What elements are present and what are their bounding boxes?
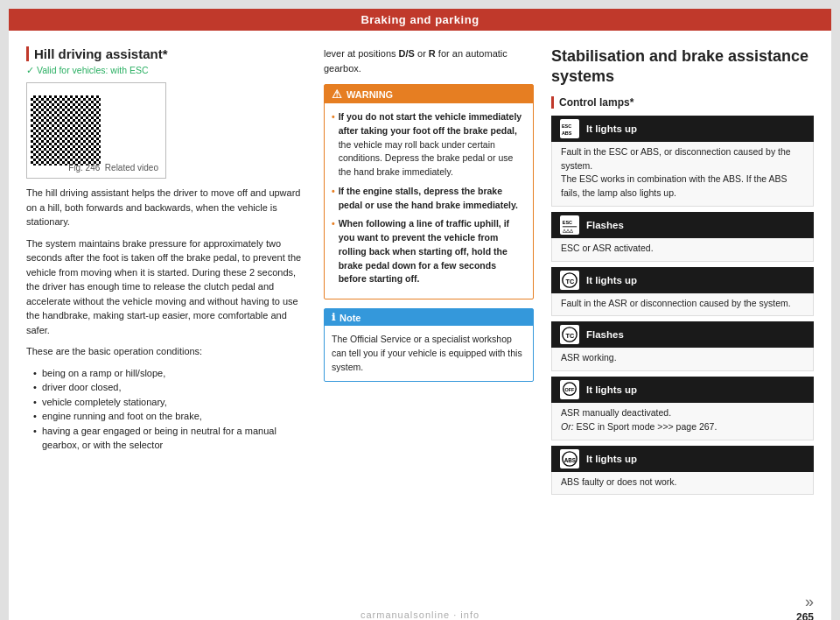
lamp-header-6: ABS It lights up [551,446,814,472]
lamp-desc-1: Fault in the ESC or ABS, or disconnectio… [551,142,814,207]
lamp-icon-tc-off: OFF [560,380,579,399]
lamp-icon-tc-flashes: TC [560,325,579,344]
right-title: Stabilisation and brake assistance syste… [551,46,814,88]
middle-column: lever at positions D/S or R for an autom… [324,46,534,620]
watermark: carmanualsonline · info [360,609,480,620]
warning-text-1: If you do not start the vehicle immediat… [339,110,526,180]
warning-bullet-3: When following a line of traffic uphill,… [332,217,526,286]
svg-text:△△△: △△△ [562,229,574,233]
paragraph-2: The system maintains brake pressure for … [26,236,306,338]
note-content: The Official Service or a specialist wor… [325,326,533,381]
arrow-right-icon: » [805,593,814,611]
warning-bullet-2: If the engine stalls, depress the brake … [332,185,526,213]
list-item: vehicle completely stationary, [33,395,306,410]
section-title: Hill driving assistant* [26,46,306,61]
lamp-status-4: Flashes [586,329,624,340]
lamp-desc-3: Fault in the ASR or disconnection caused… [551,293,814,317]
qr-box: Fig. 246 Related video [26,82,166,179]
control-lamp-abs: ABS It lights up ABS faulty or does not … [551,446,814,496]
page-number: 265 [796,611,814,620]
control-lamp-esc-abs-lights: ESC ABS It lights up Fault in the ESC or… [551,116,814,207]
list-item: engine running and foot on the brake, [33,409,306,424]
lamp-icon-abs: ABS [560,449,579,469]
lamp-header-1: ESC ABS It lights up [551,116,814,142]
paragraph-3: These are the basic operation conditions… [26,344,306,359]
note-icon: ℹ [332,312,335,323]
warning-text-3: When following a line of traffic uphill,… [339,217,526,286]
control-lamp-tc-off: OFF It lights up ASR manually deactivate… [551,377,814,440]
valid-label: ✓ Valid for vehicles: with ESC [26,65,306,75]
page: Braking and parking Hill driving assista… [9,9,831,620]
paragraph-1: The hill driving assistant helps the dri… [26,186,306,229]
svg-text:ESC: ESC [563,220,572,225]
lamp-header-5: OFF It lights up [551,377,814,403]
lamp-icon-esc-abs: ESC ABS [560,119,579,138]
svg-text:ABS: ABS [562,130,572,136]
lamp-status-6: It lights up [586,454,637,464]
list-item: driver door closed, [33,380,306,395]
lamp-status-5: It lights up [586,384,637,395]
lever-text: lever at positions D/S or R for an autom… [324,46,534,75]
bullet-list: being on a ramp or hill/slope, driver do… [26,366,306,453]
control-lamp-esc-flashes: ESC △△△ Flashes ESC or ASR activated. [551,212,814,262]
left-column: Hill driving assistant* ✓ Valid for vehi… [26,46,306,620]
lamp-desc-6: ABS faulty or does not work. [551,472,814,496]
fig-caption: Related video [105,163,158,173]
lamp-status-3: It lights up [586,275,637,285]
lamp-header-3: TC It lights up [551,267,814,293]
svg-text:TC: TC [565,277,574,285]
control-lamp-tc-lights: TC It lights up Fault in the ASR or disc… [551,267,814,317]
warning-icon: ⚠ [332,88,342,101]
warning-text-2: If the engine stalls, depress the brake … [339,185,526,213]
lamp-desc-5: ASR manually deactivated. Or: ESC in Spo… [551,403,814,440]
list-item: being on a ramp or hill/slope, [33,366,306,381]
qr-code [31,95,101,166]
right-column: Stabilisation and brake assistance syste… [551,46,814,620]
svg-text:ESC: ESC [562,123,571,129]
content-area: Hill driving assistant* ✓ Valid for vehi… [9,31,831,620]
warning-header: ⚠ WARNING [325,85,533,103]
warning-box: ⚠ WARNING If you do not start the vehicl… [324,84,534,299]
lamp-desc-2: ESC or ASR activated. [551,238,814,262]
top-bar: Braking and parking [9,9,831,31]
warning-bullet-1: If you do not start the vehicle immediat… [332,110,526,180]
list-item: having a gear engaged or being in neutra… [33,424,306,453]
note-box: ℹ Note The Official Service or a special… [324,308,534,382]
note-label: Note [340,313,360,323]
control-lamp-tc-flashes: TC Flashes ASR working. [551,321,814,371]
note-header: ℹ Note [325,309,533,326]
warning-content: If you do not start the vehicle immediat… [325,103,533,299]
top-bar-label: Braking and parking [360,13,479,26]
lamp-desc-4: ASR working. [551,348,814,371]
svg-text:ABS: ABS [564,456,576,462]
fig-number: Fig. 246 [68,163,100,173]
lamp-icon-esc: ESC △△△ [560,215,579,235]
svg-text:TC: TC [565,332,574,340]
lamp-status-1: It lights up [586,123,637,134]
fig-label: Fig. 246 Related video [68,163,158,173]
lamp-icon-tc: TC [560,271,579,290]
warning-label: WARNING [346,89,393,100]
lamp-header-4: TC Flashes [551,321,814,348]
subsection-title: Control lamps* [551,96,814,109]
svg-text:OFF: OFF [565,387,576,392]
lamp-status-2: Flashes [586,220,624,230]
lamp-header-2: ESC △△△ Flashes [551,212,814,238]
